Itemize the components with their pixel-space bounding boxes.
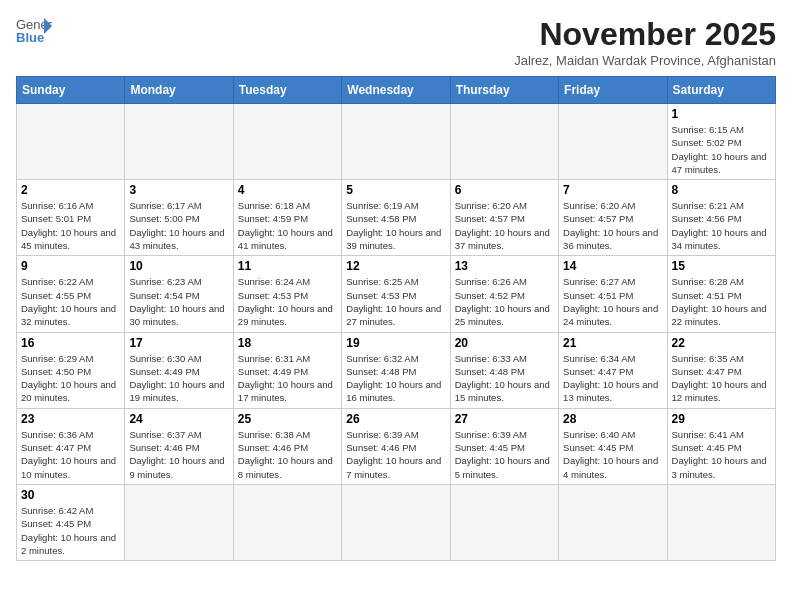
calendar-cell: [559, 104, 667, 180]
location-subtitle: Jalrez, Maidan Wardak Province, Afghanis…: [514, 53, 776, 68]
day-info: Sunrise: 6:26 AMSunset: 4:52 PMDaylight:…: [455, 275, 554, 328]
calendar-cell: 27Sunrise: 6:39 AMSunset: 4:45 PMDayligh…: [450, 408, 558, 484]
day-number: 27: [455, 412, 554, 426]
calendar-cell: 28Sunrise: 6:40 AMSunset: 4:45 PMDayligh…: [559, 408, 667, 484]
calendar-table: SundayMondayTuesdayWednesdayThursdayFrid…: [16, 76, 776, 561]
day-info: Sunrise: 6:30 AMSunset: 4:49 PMDaylight:…: [129, 352, 228, 405]
day-info: Sunrise: 6:29 AMSunset: 4:50 PMDaylight:…: [21, 352, 120, 405]
day-number: 5: [346, 183, 445, 197]
calendar-week-row: 9Sunrise: 6:22 AMSunset: 4:55 PMDaylight…: [17, 256, 776, 332]
calendar-week-row: 2Sunrise: 6:16 AMSunset: 5:01 PMDaylight…: [17, 180, 776, 256]
calendar-cell: 8Sunrise: 6:21 AMSunset: 4:56 PMDaylight…: [667, 180, 775, 256]
day-info: Sunrise: 6:25 AMSunset: 4:53 PMDaylight:…: [346, 275, 445, 328]
calendar-cell: [125, 104, 233, 180]
calendar-cell: 25Sunrise: 6:38 AMSunset: 4:46 PMDayligh…: [233, 408, 341, 484]
calendar-week-row: 1Sunrise: 6:15 AMSunset: 5:02 PMDaylight…: [17, 104, 776, 180]
calendar-cell: 22Sunrise: 6:35 AMSunset: 4:47 PMDayligh…: [667, 332, 775, 408]
day-number: 12: [346, 259, 445, 273]
calendar-cell: 29Sunrise: 6:41 AMSunset: 4:45 PMDayligh…: [667, 408, 775, 484]
day-info: Sunrise: 6:21 AMSunset: 4:56 PMDaylight:…: [672, 199, 771, 252]
day-info: Sunrise: 6:20 AMSunset: 4:57 PMDaylight:…: [455, 199, 554, 252]
logo: General Blue: [16, 16, 52, 44]
day-info: Sunrise: 6:36 AMSunset: 4:47 PMDaylight:…: [21, 428, 120, 481]
day-number: 28: [563, 412, 662, 426]
day-info: Sunrise: 6:41 AMSunset: 4:45 PMDaylight:…: [672, 428, 771, 481]
calendar-week-row: 23Sunrise: 6:36 AMSunset: 4:47 PMDayligh…: [17, 408, 776, 484]
day-info: Sunrise: 6:33 AMSunset: 4:48 PMDaylight:…: [455, 352, 554, 405]
day-number: 11: [238, 259, 337, 273]
calendar-header-sunday: Sunday: [17, 77, 125, 104]
day-number: 30: [21, 488, 120, 502]
calendar-cell: 24Sunrise: 6:37 AMSunset: 4:46 PMDayligh…: [125, 408, 233, 484]
calendar-cell: [17, 104, 125, 180]
calendar-cell: 19Sunrise: 6:32 AMSunset: 4:48 PMDayligh…: [342, 332, 450, 408]
day-number: 2: [21, 183, 120, 197]
day-number: 16: [21, 336, 120, 350]
calendar-cell: 10Sunrise: 6:23 AMSunset: 4:54 PMDayligh…: [125, 256, 233, 332]
calendar-cell: [233, 484, 341, 560]
day-info: Sunrise: 6:37 AMSunset: 4:46 PMDaylight:…: [129, 428, 228, 481]
day-info: Sunrise: 6:15 AMSunset: 5:02 PMDaylight:…: [672, 123, 771, 176]
calendar-cell: 17Sunrise: 6:30 AMSunset: 4:49 PMDayligh…: [125, 332, 233, 408]
title-area: November 2025 Jalrez, Maidan Wardak Prov…: [514, 16, 776, 68]
calendar-cell: [450, 484, 558, 560]
day-number: 8: [672, 183, 771, 197]
calendar-cell: 2Sunrise: 6:16 AMSunset: 5:01 PMDaylight…: [17, 180, 125, 256]
day-info: Sunrise: 6:20 AMSunset: 4:57 PMDaylight:…: [563, 199, 662, 252]
day-number: 6: [455, 183, 554, 197]
day-number: 26: [346, 412, 445, 426]
calendar-cell: 6Sunrise: 6:20 AMSunset: 4:57 PMDaylight…: [450, 180, 558, 256]
day-info: Sunrise: 6:28 AMSunset: 4:51 PMDaylight:…: [672, 275, 771, 328]
day-info: Sunrise: 6:39 AMSunset: 4:46 PMDaylight:…: [346, 428, 445, 481]
day-info: Sunrise: 6:31 AMSunset: 4:49 PMDaylight:…: [238, 352, 337, 405]
calendar-week-row: 30Sunrise: 6:42 AMSunset: 4:45 PMDayligh…: [17, 484, 776, 560]
calendar-cell: 15Sunrise: 6:28 AMSunset: 4:51 PMDayligh…: [667, 256, 775, 332]
day-number: 25: [238, 412, 337, 426]
calendar-cell: 18Sunrise: 6:31 AMSunset: 4:49 PMDayligh…: [233, 332, 341, 408]
day-number: 20: [455, 336, 554, 350]
logo-icon: General Blue: [16, 16, 52, 44]
day-info: Sunrise: 6:22 AMSunset: 4:55 PMDaylight:…: [21, 275, 120, 328]
calendar-header-monday: Monday: [125, 77, 233, 104]
day-info: Sunrise: 6:27 AMSunset: 4:51 PMDaylight:…: [563, 275, 662, 328]
day-number: 13: [455, 259, 554, 273]
day-info: Sunrise: 6:38 AMSunset: 4:46 PMDaylight:…: [238, 428, 337, 481]
calendar-cell: 13Sunrise: 6:26 AMSunset: 4:52 PMDayligh…: [450, 256, 558, 332]
calendar-header-tuesday: Tuesday: [233, 77, 341, 104]
day-info: Sunrise: 6:42 AMSunset: 4:45 PMDaylight:…: [21, 504, 120, 557]
day-info: Sunrise: 6:24 AMSunset: 4:53 PMDaylight:…: [238, 275, 337, 328]
day-number: 23: [21, 412, 120, 426]
day-info: Sunrise: 6:32 AMSunset: 4:48 PMDaylight:…: [346, 352, 445, 405]
calendar-cell: 20Sunrise: 6:33 AMSunset: 4:48 PMDayligh…: [450, 332, 558, 408]
calendar-cell: [450, 104, 558, 180]
day-number: 22: [672, 336, 771, 350]
calendar-cell: 11Sunrise: 6:24 AMSunset: 4:53 PMDayligh…: [233, 256, 341, 332]
day-number: 29: [672, 412, 771, 426]
calendar-cell: 30Sunrise: 6:42 AMSunset: 4:45 PMDayligh…: [17, 484, 125, 560]
day-info: Sunrise: 6:23 AMSunset: 4:54 PMDaylight:…: [129, 275, 228, 328]
calendar-cell: 3Sunrise: 6:17 AMSunset: 5:00 PMDaylight…: [125, 180, 233, 256]
calendar-cell: [342, 104, 450, 180]
calendar-header-friday: Friday: [559, 77, 667, 104]
day-info: Sunrise: 6:18 AMSunset: 4:59 PMDaylight:…: [238, 199, 337, 252]
day-number: 24: [129, 412, 228, 426]
calendar-header-saturday: Saturday: [667, 77, 775, 104]
day-number: 14: [563, 259, 662, 273]
day-number: 18: [238, 336, 337, 350]
page-header: General Blue November 2025 Jalrez, Maida…: [16, 16, 776, 68]
calendar-header-thursday: Thursday: [450, 77, 558, 104]
day-number: 3: [129, 183, 228, 197]
calendar-header-wednesday: Wednesday: [342, 77, 450, 104]
day-number: 19: [346, 336, 445, 350]
calendar-cell: 1Sunrise: 6:15 AMSunset: 5:02 PMDaylight…: [667, 104, 775, 180]
day-info: Sunrise: 6:16 AMSunset: 5:01 PMDaylight:…: [21, 199, 120, 252]
calendar-header-row: SundayMondayTuesdayWednesdayThursdayFrid…: [17, 77, 776, 104]
day-number: 15: [672, 259, 771, 273]
calendar-cell: [559, 484, 667, 560]
calendar-cell: 21Sunrise: 6:34 AMSunset: 4:47 PMDayligh…: [559, 332, 667, 408]
calendar-week-row: 16Sunrise: 6:29 AMSunset: 4:50 PMDayligh…: [17, 332, 776, 408]
calendar-cell: [342, 484, 450, 560]
day-number: 17: [129, 336, 228, 350]
calendar-cell: 16Sunrise: 6:29 AMSunset: 4:50 PMDayligh…: [17, 332, 125, 408]
day-info: Sunrise: 6:17 AMSunset: 5:00 PMDaylight:…: [129, 199, 228, 252]
